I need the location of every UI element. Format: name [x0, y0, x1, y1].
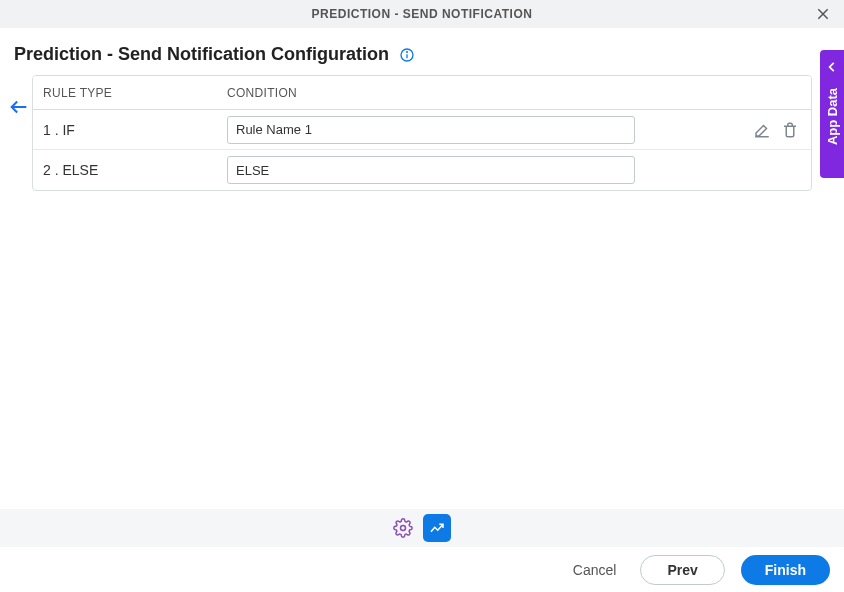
info-icon[interactable] [399, 47, 415, 63]
rules-table: RULE TYPE CONDITION 1 . IF 2 . ELSE [32, 75, 812, 191]
svg-point-7 [401, 526, 406, 531]
cell-rule-type: 2 . ELSE [33, 162, 227, 178]
back-arrow-icon[interactable] [8, 96, 30, 118]
app-data-tab[interactable]: App Data [820, 50, 844, 178]
header-condition: CONDITION [227, 86, 811, 100]
condition-input[interactable] [227, 116, 635, 144]
edit-icon[interactable] [753, 121, 771, 139]
footer-bar: Cancel Prev Finish [0, 547, 844, 592]
row-actions [753, 121, 803, 139]
prev-button[interactable]: Prev [640, 555, 724, 585]
cancel-button[interactable]: Cancel [565, 556, 625, 584]
close-icon[interactable] [814, 5, 832, 23]
page-title-row: Prediction - Send Notification Configura… [0, 28, 844, 75]
cell-condition [227, 116, 753, 144]
table-row: 2 . ELSE [33, 150, 811, 190]
cell-condition [227, 156, 803, 184]
page-title: Prediction - Send Notification Configura… [14, 44, 389, 65]
cell-rule-type: 1 . IF [33, 122, 227, 138]
app-data-label: App Data [825, 88, 840, 145]
finish-button[interactable]: Finish [741, 555, 830, 585]
delete-icon[interactable] [781, 121, 799, 139]
gear-icon[interactable] [393, 518, 413, 538]
chevron-left-icon [825, 60, 839, 74]
condition-input[interactable] [227, 156, 635, 184]
table-row: 1 . IF [33, 110, 811, 150]
table-header: RULE TYPE CONDITION [33, 76, 811, 110]
svg-point-4 [407, 51, 408, 52]
header-title: PREDICTION - SEND NOTIFICATION [312, 7, 533, 21]
chart-icon[interactable] [423, 514, 451, 542]
header-bar: PREDICTION - SEND NOTIFICATION [0, 0, 844, 28]
toolbar-strip [0, 509, 844, 547]
header-rule-type: RULE TYPE [33, 86, 227, 100]
